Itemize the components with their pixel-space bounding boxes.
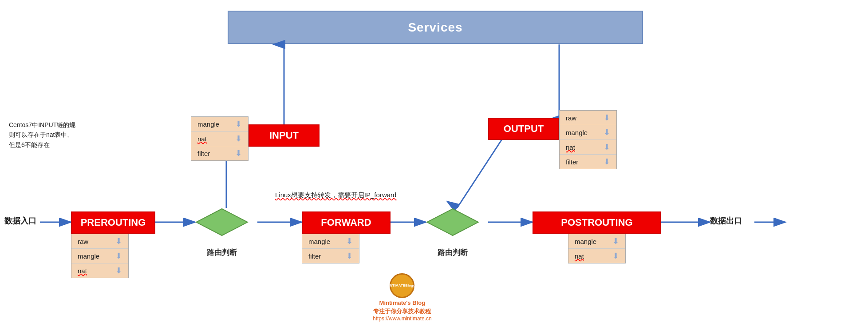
- output-detail: raw ⬇ mangle ⬇ nat ⬇ filter ⬇: [559, 110, 617, 169]
- input-row-filter: filter ⬇: [191, 146, 248, 160]
- blog-logo-circle: MINTIMATE Blogger: [390, 273, 414, 298]
- routing-diamond-2: 路由判断: [426, 208, 479, 236]
- output-chain: OUTPUT: [488, 118, 559, 140]
- blog-subtitle: 专注于你分享技术教程: [373, 307, 431, 315]
- output-row-nat: nat ⬇: [560, 140, 616, 155]
- routing-label-1: 路由判断: [195, 238, 249, 267]
- data-input-label: 数据入口: [4, 215, 36, 226]
- output-row-raw: raw ⬇: [560, 111, 616, 125]
- blog-logo: MINTIMATE Blogger Mintimate's Blog 专注于你分…: [373, 273, 432, 322]
- flow-arrows: [0, 0, 868, 335]
- postrouting-detail: mangle ⬇ nat ⬇: [568, 234, 626, 263]
- input-detail: mangle ⬇ nat ⬇ filter ⬇: [191, 116, 249, 161]
- services-box: Services: [228, 11, 643, 44]
- output-row-filter: filter ⬇: [560, 155, 616, 169]
- blog-url: https://www.mintimate.cn: [373, 315, 432, 322]
- routing-label-2: 路由判断: [426, 238, 479, 267]
- prerouting-row-nat: nat ⬇: [71, 263, 128, 278]
- services-label: Services: [408, 20, 462, 35]
- blog-title: Mintimate's Blog: [379, 299, 426, 306]
- forward-detail: mangle ⬇ filter ⬇: [302, 234, 359, 263]
- postrouting-row-mangle: mangle ⬇: [568, 234, 625, 249]
- input-row-mangle: mangle ⬇: [191, 117, 248, 132]
- output-arrow: [754, 218, 790, 227]
- svg-line-13: [457, 133, 506, 208]
- iptables-diagram: Services: [0, 0, 868, 335]
- note-centos7: Centos7中INPUT链的规 则可以存在于nat表中, 但是6不能存在: [9, 120, 75, 150]
- prerouting-row-raw: raw ⬇: [71, 234, 128, 249]
- prerouting-detail: raw ⬇ mangle ⬇ nat ⬇: [71, 234, 129, 278]
- forward-row-mangle: mangle ⬇: [302, 234, 359, 249]
- data-output-label: 数据出口: [710, 215, 742, 226]
- prerouting-row-mangle: mangle ⬇: [71, 249, 128, 263]
- output-row-mangle: mangle ⬇: [560, 125, 616, 140]
- svg-marker-15: [427, 209, 478, 235]
- forward-note: Linux想要支持转发，需要开启IP_forward: [275, 191, 396, 199]
- input-row-nat: nat ⬇: [191, 132, 248, 146]
- svg-marker-14: [196, 209, 248, 235]
- forward-row-filter: filter ⬇: [302, 249, 359, 263]
- input-chain: INPUT: [249, 124, 320, 147]
- prerouting-chain: PREROUTING: [71, 211, 155, 234]
- postrouting-row-nat: nat ⬇: [568, 249, 625, 263]
- forward-chain: FORWARD: [302, 211, 391, 234]
- postrouting-chain: POSTROUTING: [533, 211, 661, 234]
- routing-diamond-1: 路由判断: [195, 208, 249, 236]
